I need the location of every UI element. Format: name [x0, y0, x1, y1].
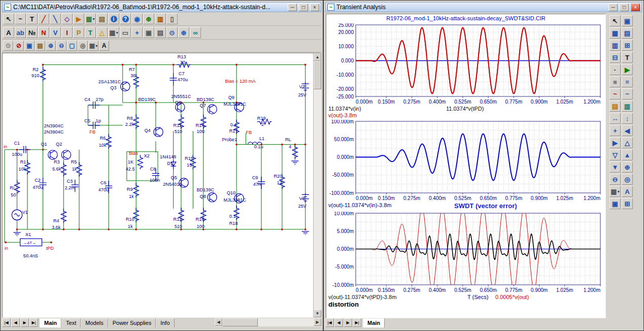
select-icon[interactable]: ↖ — [3, 13, 14, 24]
schematic-window-titlebar[interactable]: ~ C:\MC11\DATA\Petrov\Radio\R1972-06_Bat… — [2, 2, 321, 12]
page-nav-button-1[interactable]: ◀ — [334, 318, 343, 327]
scroll-down-icon[interactable]: ▼ — [314, 310, 321, 317]
currents-icon[interactable]: I — [61, 27, 73, 38]
minimize-button[interactable]: ─ — [288, 4, 297, 11]
color-font-icon[interactable]: A — [622, 186, 633, 197]
grid-select-icon[interactable]: ▦▾ — [88, 41, 98, 51]
ruler-icon[interactable]: ▥ — [622, 101, 633, 112]
wire-mode-icon[interactable]: ╱ — [38, 13, 49, 24]
component-mode-icon[interactable]: ~ — [15, 13, 26, 24]
component-symbol-tr[interactable] — [154, 127, 163, 137]
page-nav-button-2[interactable]: ▶ — [344, 318, 352, 327]
close-button[interactable]: × — [310, 4, 319, 11]
zoom-in-icon[interactable]: ⊕ — [622, 161, 633, 173]
tab-info[interactable]: Info — [156, 318, 174, 327]
legend-scaled-vin[interactable]: 11.0374*v(in) — [328, 106, 361, 112]
schematic-canvas[interactable]: R2910R736R1330C7470u2SA1381CQ3Bias = 120… — [3, 53, 313, 317]
component-symbol-tr[interactable] — [208, 192, 217, 202]
stop-icon[interactable]: ■ — [609, 76, 621, 87]
pin-numbers-icon[interactable]: № — [26, 27, 38, 38]
component-symbol-tr[interactable] — [48, 150, 57, 159]
component-symbol-gnd[interactable] — [13, 233, 20, 236]
grid-icon[interactable]: ▦▾ — [108, 27, 119, 38]
camera-icon[interactable]: ◎ — [78, 41, 88, 51]
help-icon[interactable]: ? — [120, 13, 131, 24]
grid-text-icon[interactable]: ab — [15, 27, 26, 38]
clipboard-icon[interactable]: ▤ — [96, 13, 108, 24]
conditions-icon[interactable]: T — [85, 27, 96, 38]
tag-left-icon[interactable]: ◀ — [622, 125, 633, 136]
datasheet-icon[interactable]: ▯ — [166, 13, 178, 24]
zoom-in-icon[interactable]: ⊕ — [46, 41, 56, 51]
data-points-icon[interactable]: ≡ — [622, 76, 633, 87]
zoom-out-icon[interactable]: ⊖ — [609, 174, 621, 185]
attribute-text-icon[interactable]: A — [3, 27, 14, 38]
scope-grid-3-icon[interactable]: ▥ — [609, 40, 621, 51]
crosshair-icon[interactable]: + — [131, 27, 143, 38]
legend-scaled-vout[interactable]: 0.0005*v(out) — [495, 294, 529, 300]
scroll-left-icon[interactable]: ◀ — [215, 318, 222, 326]
horizontal-axis-icon[interactable]: ↔ — [609, 113, 621, 124]
back-icon[interactable]: ⊙ — [3, 41, 13, 51]
zoom-out-icon[interactable]: ⊖ — [56, 41, 66, 51]
tab-models[interactable]: Models — [81, 318, 108, 327]
border-icon[interactable]: ▣ — [143, 27, 154, 38]
maximize-button[interactable]: □ — [620, 4, 629, 11]
run-icon[interactable]: ▶ — [622, 64, 633, 75]
component-symbol-tr[interactable] — [121, 82, 130, 91]
component-symbol-src[interactable] — [12, 210, 22, 220]
plot-vector-error[interactable]: 100.000m50.000m0.000m-50.000m-100.000m0.… — [327, 120, 603, 202]
page-copy-icon[interactable]: ▣ — [609, 198, 621, 209]
diagonal-wire-icon[interactable]: ╲ — [50, 13, 61, 24]
page-nav-button-2[interactable]: ▶ — [20, 318, 29, 327]
title-block-icon[interactable]: ▤ — [155, 27, 166, 38]
picture-file-icon[interactable]: ▦▾ — [85, 13, 96, 24]
dot-icon[interactable]: · — [609, 64, 621, 75]
legend-vout[interactable]: v(out)-3.8m — [328, 112, 357, 118]
zoom-area-icon[interactable]: ▢ — [67, 41, 77, 51]
paste-page-icon[interactable]: ▤ — [35, 41, 45, 51]
component-symbol-gnd[interactable] — [302, 231, 309, 235]
warning-icon[interactable]: △ — [96, 27, 108, 38]
power-icon[interactable]: P — [73, 27, 84, 38]
component-symbol-gnd[interactable] — [291, 161, 298, 164]
scope-grid-2-icon[interactable]: ▤ — [622, 27, 633, 39]
node-voltages-icon[interactable]: V — [50, 27, 61, 38]
pages-icon[interactable]: ▣ — [622, 15, 633, 26]
legend-error-expr[interactable]: v(out)-11.0374*v(in)-3.8m — [328, 202, 392, 208]
browser-icon[interactable]: ⊕ — [143, 13, 154, 24]
minimize-button[interactable]: ─ — [608, 4, 618, 11]
text-icon[interactable]: T — [622, 52, 633, 63]
cursor-mode-icon[interactable]: + — [609, 125, 621, 136]
copy-page-icon[interactable]: ▣ — [24, 41, 35, 51]
component-symbol-tr[interactable] — [61, 150, 71, 159]
link-icon[interactable]: ∞ — [190, 27, 201, 38]
close-button[interactable]: × — [631, 4, 640, 11]
calculator-icon[interactable]: ▥ — [155, 13, 166, 24]
find-next-icon[interactable]: ⊕ — [178, 27, 189, 38]
split-vertical-icon[interactable]: ⊟ — [609, 52, 621, 63]
vertical-scrollbar[interactable]: ▲ ▼ — [313, 53, 321, 317]
valley-icon[interactable]: ▽ — [609, 149, 621, 160]
node-numbers-icon[interactable]: N — [38, 27, 49, 38]
page-nav-button-3[interactable]: ▶| — [353, 318, 361, 327]
page-nav-button-1[interactable]: ◀ — [11, 318, 20, 327]
tab-power-supplies[interactable]: Power Supplies — [108, 318, 156, 327]
maximize-button[interactable]: □ — [299, 4, 308, 11]
component-symbol-tr[interactable] — [208, 105, 217, 114]
low-icon[interactable]: ▼ — [609, 161, 621, 173]
vertical-axis-icon[interactable]: ↕ — [622, 113, 633, 124]
hscroll-thumb[interactable] — [222, 318, 258, 326]
wave-red-icon[interactable]: ~ — [609, 88, 621, 100]
tab-main[interactable]: Main — [363, 318, 385, 327]
page-nav-button-0[interactable]: |◀ — [325, 318, 334, 327]
flag-icon[interactable]: ▶ — [73, 13, 84, 24]
tab-text[interactable]: Text — [61, 318, 81, 327]
horizontal-scrollbar[interactable]: ◀ ▶ — [215, 318, 321, 326]
zoom-box-icon[interactable]: ◎ — [622, 174, 633, 185]
transient-titlebar[interactable]: ~ Transient Analysis ─ □ × — [325, 2, 642, 12]
tag-right-icon[interactable]: ▶ — [609, 137, 621, 148]
info-icon[interactable]: i — [108, 13, 119, 24]
component-symbol-res[interactable] — [138, 155, 143, 170]
legend-distortion-expr[interactable]: v(out)-11.0374*v(tPD)-3.8m — [328, 294, 396, 300]
